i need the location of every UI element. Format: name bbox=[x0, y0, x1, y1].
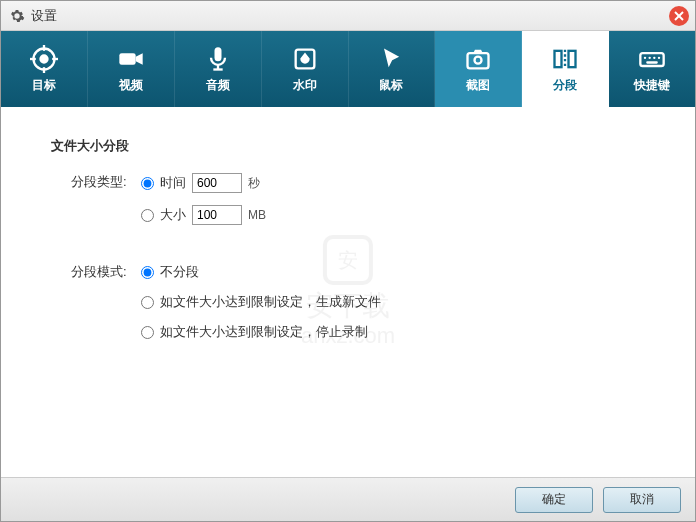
gear-icon bbox=[9, 8, 25, 24]
tab-mouse[interactable]: 鼠标 bbox=[349, 31, 436, 107]
ok-button[interactable]: 确定 bbox=[515, 487, 593, 513]
tab-label: 鼠标 bbox=[379, 77, 403, 94]
size-unit: MB bbox=[248, 208, 266, 222]
radio-mode-newfile[interactable] bbox=[141, 296, 154, 309]
mode-stop-label: 如文件大小达到限制设定，停止录制 bbox=[160, 323, 368, 341]
size-input[interactable] bbox=[192, 205, 242, 225]
camera-icon bbox=[464, 45, 492, 73]
tab-label: 分段 bbox=[553, 77, 577, 94]
cancel-button[interactable]: 取消 bbox=[603, 487, 681, 513]
svg-rect-13 bbox=[468, 53, 489, 68]
time-unit: 秒 bbox=[248, 175, 260, 192]
type-label: 分段类型: bbox=[51, 173, 131, 191]
svg-point-14 bbox=[475, 56, 482, 63]
segment-mode-field: 分段模式: 不分段 如文件大小达到限制设定，生成新文件 如文件大小达到限制设定，… bbox=[51, 263, 645, 353]
tab-segment[interactable]: 分段 bbox=[522, 31, 609, 107]
keyboard-icon bbox=[638, 45, 666, 73]
mode-option-stop: 如文件大小达到限制设定，停止录制 bbox=[141, 323, 381, 341]
radio-time[interactable] bbox=[141, 177, 154, 190]
time-input[interactable] bbox=[192, 173, 242, 193]
segment-type-field: 分段类型: 时间 秒 大小 MB bbox=[51, 173, 645, 237]
svg-rect-9 bbox=[214, 47, 221, 61]
type-option-time: 时间 秒 bbox=[141, 173, 266, 193]
tab-label: 音频 bbox=[206, 77, 230, 94]
svg-rect-15 bbox=[555, 50, 562, 66]
toolbar: 目标 视频 音频 水印 鼠标 截图 分段 快捷键 bbox=[1, 31, 695, 107]
tab-label: 水印 bbox=[293, 77, 317, 94]
tab-label: 截图 bbox=[466, 77, 490, 94]
mode-newfile-label: 如文件大小达到限制设定，生成新文件 bbox=[160, 293, 381, 311]
target-icon bbox=[30, 45, 58, 73]
svg-rect-8 bbox=[119, 53, 135, 65]
settings-window: 设置 目标 视频 音频 水印 鼠标 截图 bbox=[0, 0, 696, 522]
svg-rect-18 bbox=[640, 53, 663, 66]
titlebar: 设置 bbox=[1, 1, 695, 31]
tab-label: 目标 bbox=[32, 77, 56, 94]
tab-label: 快捷键 bbox=[634, 77, 670, 94]
radio-size[interactable] bbox=[141, 209, 154, 222]
mode-option-newfile: 如文件大小达到限制设定，生成新文件 bbox=[141, 293, 381, 311]
size-label: 大小 bbox=[160, 206, 186, 224]
svg-rect-16 bbox=[569, 50, 576, 66]
radio-mode-stop[interactable] bbox=[141, 326, 154, 339]
type-option-size: 大小 MB bbox=[141, 205, 266, 225]
radio-mode-none[interactable] bbox=[141, 266, 154, 279]
microphone-icon bbox=[204, 45, 232, 73]
tab-hotkey[interactable]: 快捷键 bbox=[609, 31, 695, 107]
droplet-icon bbox=[291, 45, 319, 73]
mode-label: 分段模式: bbox=[51, 263, 131, 281]
mode-none-label: 不分段 bbox=[160, 263, 199, 281]
svg-point-3 bbox=[40, 55, 47, 62]
content-panel: 安 安下载 anxz.com 文件大小分段 分段类型: 时间 秒 大小 MB bbox=[1, 107, 695, 477]
video-icon bbox=[117, 45, 145, 73]
tab-audio[interactable]: 音频 bbox=[175, 31, 262, 107]
cursor-icon bbox=[377, 45, 405, 73]
close-button[interactable] bbox=[669, 6, 689, 26]
tab-watermark[interactable]: 水印 bbox=[262, 31, 349, 107]
tab-video[interactable]: 视频 bbox=[88, 31, 175, 107]
tab-label: 视频 bbox=[119, 77, 143, 94]
section-title: 文件大小分段 bbox=[51, 137, 645, 155]
tab-target[interactable]: 目标 bbox=[1, 31, 88, 107]
split-icon bbox=[551, 45, 579, 73]
time-label: 时间 bbox=[160, 174, 186, 192]
mode-option-none: 不分段 bbox=[141, 263, 381, 281]
window-title: 设置 bbox=[31, 7, 57, 25]
tab-screenshot[interactable]: 截图 bbox=[435, 31, 522, 107]
footer: 确定 取消 bbox=[1, 477, 695, 521]
